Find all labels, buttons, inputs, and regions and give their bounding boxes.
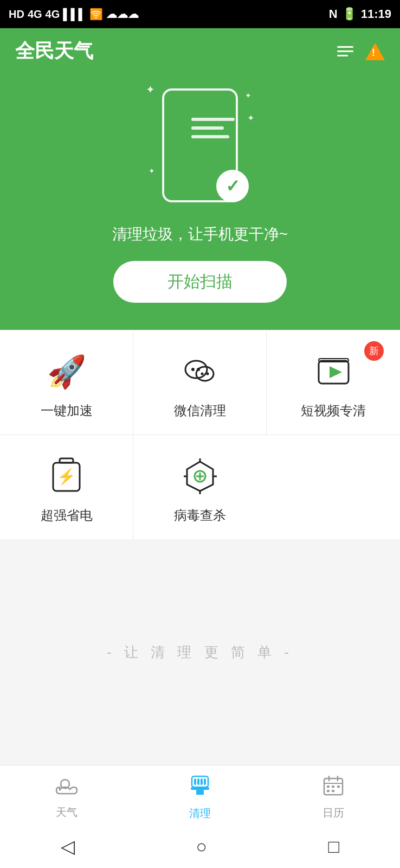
svg-rect-26 [196, 790, 204, 795]
menu-line-1 [337, 46, 353, 48]
svg-rect-34 [327, 790, 330, 792]
check-badge: ✓ [216, 170, 249, 202]
svg-rect-25 [191, 787, 209, 790]
scan-button[interactable]: 开始扫描 [113, 261, 287, 303]
slogan-section: - 让 清 理 更 简 单 - [0, 539, 400, 765]
svg-rect-21 [194, 778, 196, 785]
nav-item-calendar[interactable]: 日历 [267, 770, 400, 820]
video-label: 短视频专清 [301, 402, 366, 419]
status-signal: ▌▌▌ [63, 8, 86, 21]
weather-nav-icon [55, 775, 78, 801]
video-icon [312, 350, 355, 393]
svg-rect-23 [201, 778, 203, 785]
empty-cell [267, 435, 400, 539]
system-nav: ◁ ○ □ [0, 825, 400, 868]
status-bar: HD 4G 4G ▌▌▌ 🛜 ☁☁☁ N 🔋 11:19 [0, 0, 400, 28]
status-wifi: 🛜 [89, 8, 103, 21]
status-time: 11:19 [361, 7, 391, 21]
clean-nav-icon [189, 774, 211, 802]
calendar-nav-icon [322, 775, 344, 801]
battery-icon: ⚡ [45, 455, 88, 498]
header-icons [337, 43, 385, 60]
speed-label: 一键加速 [41, 402, 93, 419]
recent-button[interactable]: □ [328, 836, 340, 857]
svg-marker-7 [330, 366, 342, 378]
check-mark: ✓ [225, 176, 240, 196]
svg-rect-24 [204, 778, 206, 785]
slogan-text: - 让 清 理 更 简 单 - [107, 643, 293, 662]
feature-item-battery[interactable]: ⚡ 超强省电 [0, 435, 133, 539]
hero-section: ✦ ✦ ✦ ✦ ✓ 清理垃圾，让手机更干净~ 开始扫描 [0, 72, 400, 330]
phone-lines [191, 118, 246, 144]
menu-icon[interactable] [337, 46, 353, 56]
svg-point-5 [207, 372, 209, 375]
nav-item-weather[interactable]: 天气 [0, 771, 133, 820]
svg-point-1 [191, 368, 195, 371]
wechat-label: 微信清理 [174, 402, 226, 419]
warning-icon[interactable] [365, 43, 385, 60]
svg-rect-33 [337, 786, 340, 788]
home-button[interactable]: ○ [196, 836, 207, 857]
bottom-nav: 天气 清理 日历 [0, 765, 400, 825]
sparkle-4: ✦ [247, 113, 254, 123]
feature-item-speed[interactable]: 🚀一键加速 [0, 330, 133, 435]
status-hd: HD [9, 8, 24, 21]
speed-icon: 🚀 [45, 350, 88, 393]
status-4g-1: 4G [28, 8, 42, 21]
menu-line-3 [337, 55, 348, 56]
sparkle-2: ✦ [245, 91, 251, 100]
nav-item-clean[interactable]: 清理 [133, 770, 267, 821]
sparkle-1: ✦ [146, 83, 155, 96]
battery-label: 超强省电 [41, 507, 93, 524]
badge-new: 新 [364, 341, 384, 361]
weather-nav-label: 天气 [56, 805, 78, 820]
status-right: N 🔋 11:19 [329, 7, 391, 21]
phone-line-1 [191, 118, 235, 121]
feature-item-wechat[interactable]: 微信清理 [133, 330, 267, 435]
svg-point-4 [201, 372, 204, 375]
svg-rect-22 [197, 778, 199, 785]
feature-grid-row1: 🚀一键加速 微信清理新 短视频专清 [0, 330, 400, 435]
status-4g-2: 4G [46, 8, 60, 21]
menu-line-2 [337, 50, 353, 52]
phone-line-2 [191, 126, 224, 130]
hero-subtitle: 清理垃圾，让手机更干净~ [112, 224, 288, 245]
virus-label: 病毒查杀 [174, 507, 226, 524]
svg-rect-35 [332, 790, 334, 792]
phone-line-3 [191, 135, 229, 138]
sparkle-3: ✦ [149, 167, 155, 175]
phone-illustration: ✦ ✦ ✦ ✦ ✓ [146, 83, 254, 213]
app-title: 全民天气 [15, 38, 93, 65]
svg-rect-32 [332, 786, 334, 788]
clean-nav-label: 清理 [189, 806, 211, 821]
status-icons: ☁☁☁ [106, 8, 139, 21]
status-left: HD 4G 4G ▌▌▌ 🛜 ☁☁☁ [9, 8, 139, 21]
svg-text:⚡: ⚡ [57, 468, 76, 486]
back-button[interactable]: ◁ [61, 835, 75, 857]
feature-item-virus[interactable]: 病毒查杀 [133, 435, 267, 539]
virus-icon [178, 455, 222, 498]
feature-item-video[interactable]: 新 短视频专清 [267, 330, 400, 435]
svg-rect-31 [327, 786, 330, 788]
calendar-nav-label: 日历 [322, 806, 344, 820]
wechat-icon [178, 350, 222, 393]
app-header: 全民天气 [0, 28, 400, 72]
battery-icon: 🔋 [342, 7, 357, 21]
nfc-icon: N [329, 7, 338, 21]
